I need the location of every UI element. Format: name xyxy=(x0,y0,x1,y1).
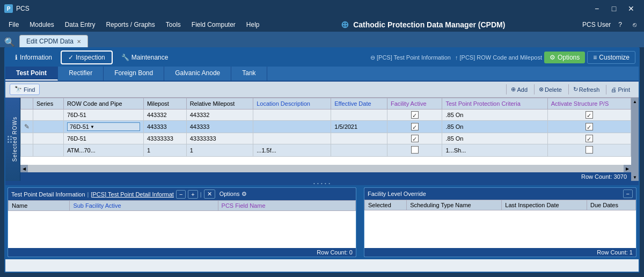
menu-tools[interactable]: Tools xyxy=(162,19,185,31)
col-eff-date[interactable]: Effective Date xyxy=(331,98,387,110)
maximize-button[interactable]: □ xyxy=(605,3,623,14)
sub-tab-foreignbond[interactable]: Foreign Bond xyxy=(104,67,164,81)
tab-inspection[interactable]: ✓ Inspection xyxy=(61,50,113,64)
menu-bar: File Modules Data Entry Reports / Graphs… xyxy=(0,17,644,32)
col-loc-desc[interactable]: Location Description xyxy=(253,98,331,110)
arrow-icon: ↑ xyxy=(455,54,458,61)
bottom-left-table[interactable]: Name Sub Facility Active PCS Field Name xyxy=(8,200,356,248)
grid-icon: ≡ xyxy=(593,54,597,61)
horizontal-scrollbar[interactable]: ◀ ▶ xyxy=(20,165,631,172)
refresh-icon: ↻ xyxy=(573,86,578,93)
bottom-left-options[interactable]: Options ⚙ xyxy=(219,191,247,198)
add-icon: ⊕ xyxy=(511,86,516,93)
col-rel-milepost[interactable]: Relative Milepost xyxy=(186,98,253,110)
br-col-selected[interactable]: Selected xyxy=(365,200,407,210)
bottom-left-count: Row Count: 0 xyxy=(8,248,356,257)
bottom-left-add[interactable]: + xyxy=(188,190,197,199)
col-milepost[interactable]: Milepost xyxy=(143,98,186,110)
tab-information[interactable]: ℹ Information xyxy=(9,52,58,63)
sub-tab-tank[interactable]: Tank xyxy=(231,67,267,81)
user-name: PCS User xyxy=(582,21,611,28)
br-col-scheduling[interactable]: Scheduling Type Name xyxy=(407,200,502,210)
minimize-button[interactable]: − xyxy=(588,3,605,14)
app-title-bar: ⊕ Cathodic Protection Data Manager (CPDM… xyxy=(266,19,580,31)
add-button[interactable]: ⊕ Add xyxy=(506,84,532,94)
table-row[interactable]: 76D-51 443332 443332 .85 On xyxy=(21,110,631,121)
globe-icon: ⊕ xyxy=(341,19,349,31)
bottom-left-header: Test Point Detail Information | [PCS] Te… xyxy=(8,188,356,200)
sub-tab-rectifier[interactable]: Rectifier xyxy=(58,67,104,81)
table-row[interactable]: 76D-51 43333333 43333333 .85 On xyxy=(21,133,631,144)
delete-button[interactable]: ⊗ Delete xyxy=(534,84,566,94)
minus-icon: ⊖ xyxy=(370,54,375,61)
menu-modules[interactable]: Modules xyxy=(25,19,58,31)
tab-close-icon[interactable]: ✕ xyxy=(77,39,81,45)
scroll-thumb[interactable] xyxy=(631,105,639,173)
close-button[interactable]: ✕ xyxy=(623,3,640,14)
br-col-due-dates[interactable]: Due Dates xyxy=(587,200,635,210)
col-activate[interactable]: Activate Structure P/S xyxy=(547,98,631,110)
scroll-up-btn[interactable]: ▲ xyxy=(631,98,639,105)
menu-data-entry[interactable]: Data Entry xyxy=(61,19,100,31)
menu-field-computer[interactable]: Field Computer xyxy=(187,19,240,31)
bottom-right-collapse[interactable]: − xyxy=(623,189,633,198)
search-icon[interactable]: 🔍 xyxy=(4,37,15,47)
maintenance-icon: 🔧 xyxy=(121,54,129,61)
menu-help[interactable]: Help xyxy=(242,19,264,31)
bl-col-name[interactable]: Name xyxy=(9,201,70,211)
document-tab-bar: 🔍 Edit CPDM Data ✕ xyxy=(0,32,644,47)
bl-col-sub-facility[interactable]: Sub Facility Active xyxy=(70,201,218,211)
bl-col-pcs-field[interactable]: PCS Field Name xyxy=(218,201,355,211)
help-button[interactable]: ? xyxy=(615,20,625,30)
resize-handle[interactable]: • • • • • xyxy=(5,181,639,185)
scroll-track[interactable] xyxy=(28,165,624,172)
extra-link-rowcode[interactable]: ↑ [PCS] ROW Code and Milepost xyxy=(455,54,542,61)
title-bar: P PCS − □ ✕ xyxy=(0,0,644,17)
tab-maintenance[interactable]: 🔧 Maintenance xyxy=(115,52,175,63)
sub-tab-testpoint[interactable]: Test Point xyxy=(5,67,58,81)
refresh-button[interactable]: ↻ Refresh xyxy=(568,84,604,94)
dropdown-arrow-icon[interactable]: ▼ xyxy=(90,125,94,129)
bottom-right-table[interactable]: Selected Scheduling Type Name Last Inspe… xyxy=(364,200,636,248)
bottom-left-collapse[interactable]: − xyxy=(176,190,186,199)
drag-handle[interactable] xyxy=(8,134,12,145)
table-row[interactable]: ATM...70... 1 1 ...1.5f... 1...Sh... xyxy=(21,144,631,157)
col-series[interactable]: Series xyxy=(33,98,64,110)
extra-links: ⊖ [PCS] Test Point Information ↑ [PCS] R… xyxy=(370,54,542,61)
edit-cpdm-tab[interactable]: Edit CPDM Data ✕ xyxy=(19,35,88,47)
bottom-right-title: Facility Level Override xyxy=(368,191,426,197)
bottom-panel: Test Point Detail Information | [PCS] Te… xyxy=(5,185,639,259)
selected-rows-label: Selected ROWs xyxy=(12,116,18,162)
sub-tab-galvanic[interactable]: Galvanic Anode xyxy=(164,67,231,81)
print-button[interactable]: 🖨 Print xyxy=(606,85,634,94)
logout-button[interactable]: ⎋ xyxy=(630,20,640,30)
user-area: PCS User ? ⎋ xyxy=(582,20,640,30)
bottom-left-link[interactable]: [PCS] Test Point Detail Informat xyxy=(91,191,173,198)
extra-link-testpoint[interactable]: ⊖ [PCS] Test Point Information xyxy=(370,54,451,61)
col-empty xyxy=(21,98,33,110)
window-controls: − □ ✕ xyxy=(588,3,640,14)
bottom-left-separator: | xyxy=(87,191,89,198)
br-col-last-inspection[interactable]: Last Inspection Date xyxy=(502,200,587,210)
scroll-right-btn[interactable]: ▶ xyxy=(624,165,631,172)
menu-reports-graphs[interactable]: Reports / Graphs xyxy=(101,19,159,31)
selected-rows-sidebar: Selected ROWs xyxy=(5,98,20,181)
find-button[interactable]: 🔭 Find xyxy=(10,84,40,95)
tab-label: Edit CPDM Data xyxy=(26,38,74,45)
panel-divider[interactable] xyxy=(358,187,362,257)
scroll-left-btn[interactable]: ◀ xyxy=(20,165,28,172)
col-protection[interactable]: Test Point Protection Criteria xyxy=(442,98,547,110)
row-count: Row Count: 3070 xyxy=(20,172,631,181)
table-row[interactable]: ✎ 76D-51 ▼ 443333 443333 1/5 xyxy=(21,121,631,133)
vertical-scrollbar[interactable]: ▲ ▼ xyxy=(631,98,639,181)
menu-file[interactable]: File xyxy=(4,19,23,31)
app-title: Cathodic Protection Data Manager (CPDM) xyxy=(353,20,505,29)
options-button[interactable]: ⚙ Options xyxy=(544,52,585,63)
scroll-down-btn[interactable]: ▼ xyxy=(631,173,639,181)
app-icon: P xyxy=(4,4,13,13)
col-facility-active[interactable]: Facility Active xyxy=(387,98,442,110)
data-table[interactable]: Series ROW Code and Pipe Milepost Relati… xyxy=(20,98,631,165)
customize-button[interactable]: ≡ Customize xyxy=(587,51,635,64)
col-rowcode[interactable]: ROW Code and Pipe xyxy=(63,98,143,110)
bottom-left-remove[interactable]: ✕ xyxy=(204,189,215,199)
